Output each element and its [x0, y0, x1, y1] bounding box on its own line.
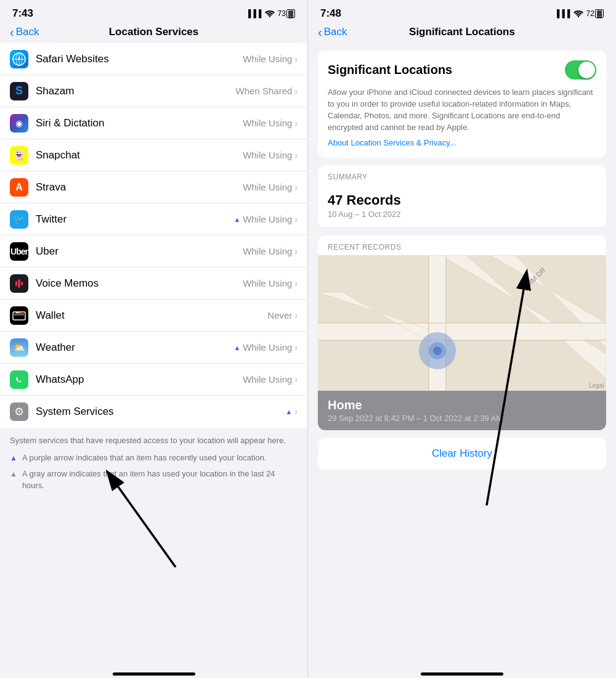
- svg-point-30: [433, 346, 442, 355]
- left-panel: 7:43 ▐▐▐ 73 ▓ ‹ Back Locat: [0, 0, 308, 678]
- right-panel: 7:48 ▐▐▐ 72 ▓ ‹ Back Signi: [308, 0, 616, 678]
- uber-name: Uber: [36, 245, 243, 258]
- twitter-icon: 🐦: [10, 210, 28, 229]
- home-indicator-right: [421, 672, 503, 676]
- gray-arrow-info: ▲ A gray arrow indicates that an item ha…: [10, 468, 298, 491]
- list-item[interactable]: Safari Websites While Using ›: [0, 43, 307, 75]
- voicememos-name: Voice Memos: [36, 277, 243, 290]
- uber-permission: While Using: [243, 246, 292, 256]
- list-item[interactable]: ⛅ Weather ▲ While Using ›: [0, 332, 307, 364]
- chevron-icon: ›: [294, 54, 298, 64]
- twitter-arrow-purple: ▲: [233, 216, 240, 223]
- battery-icon-right: 72 ▓: [586, 9, 604, 18]
- list-item[interactable]: ⚙ System Services ▲ ›: [0, 396, 307, 428]
- record-count: 47 Records: [328, 192, 596, 208]
- status-bar-right: 7:48 ▐▐▐ 72 ▓: [308, 0, 616, 23]
- time-right: 7:48: [320, 7, 341, 20]
- status-icons-left: ▐▐▐ 73 ▓: [246, 9, 295, 18]
- chevron-icon: ›: [294, 150, 298, 160]
- chevron-icon: ›: [294, 182, 298, 192]
- svg-rect-13: [21, 312, 23, 313]
- privacy-link[interactable]: About Location Services & Privacy...: [328, 138, 456, 147]
- purple-location-arrow-icon: ▲: [10, 454, 17, 462]
- list-item[interactable]: Voice Memos While Using ›: [0, 268, 307, 300]
- signal-icon: ▐▐▐: [246, 9, 262, 18]
- nav-bar-left: ‹ Back Location Services: [0, 23, 307, 43]
- list-item[interactable]: WhatsApp While Using ›: [0, 364, 307, 396]
- weather-arrow-purple: ▲: [233, 344, 240, 351]
- list-section-apps: Safari Websites While Using › S Shazam W…: [0, 43, 307, 428]
- chevron-left-icon: ‹: [10, 25, 14, 39]
- whatsapp-name: WhatsApp: [36, 374, 243, 386]
- list-item[interactable]: 👻 Snapchat While Using ›: [0, 139, 307, 171]
- svg-point-16: [577, 16, 578, 17]
- battery-icon: 73 ▓: [278, 9, 295, 18]
- time-left: 7:43: [12, 7, 33, 20]
- weather-name: Weather: [36, 341, 233, 354]
- status-bar-left: 7:43 ▐▐▐ 73 ▓: [0, 0, 307, 23]
- safari-name: Safari Websites: [36, 53, 243, 65]
- shazam-name: Shazam: [36, 85, 236, 97]
- siri-permission: While Using: [243, 118, 292, 128]
- system-icon: ⚙: [10, 402, 28, 421]
- status-icons-right: ▐▐▐ 72 ▓: [554, 9, 604, 18]
- chevron-icon: ›: [294, 214, 298, 224]
- summary-label: SUMMARY: [318, 165, 606, 185]
- info-section: System services that have requested acce…: [0, 428, 307, 501]
- snapchat-name: Snapchat: [36, 149, 243, 161]
- clear-history-button[interactable]: Clear History: [432, 447, 492, 459]
- back-label-left: Back: [16, 26, 39, 38]
- chevron-icon: ›: [294, 375, 298, 385]
- back-button-right[interactable]: ‹ Back: [318, 25, 347, 39]
- summary-record[interactable]: 47 Records 10 Aug – 1 Oct 2022: [318, 185, 606, 228]
- voicememos-icon: [10, 274, 28, 293]
- whatsapp-permission: While Using: [243, 374, 292, 385]
- home-indicator-left: [113, 672, 195, 676]
- wifi-icon-right: [573, 10, 583, 17]
- significant-locations-toggle[interactable]: [565, 60, 596, 80]
- svg-rect-20: [318, 323, 606, 340]
- list-item[interactable]: 🐦 Twitter ▲ While Using ›: [0, 203, 307, 235]
- page-title-right: Significant Locations: [409, 26, 515, 38]
- twitter-permission: ▲ While Using: [233, 214, 292, 224]
- list-item[interactable]: S Shazam When Shared ›: [0, 75, 307, 107]
- gray-arrow-text: A gray arrow indicates that an item has …: [22, 468, 298, 491]
- svg-rect-6: [15, 281, 17, 286]
- wallet-permission: Never: [267, 310, 292, 321]
- sig-loc-title: Significant Locations: [328, 63, 452, 77]
- clear-history-card[interactable]: Clear History: [318, 438, 606, 470]
- system-arrow-purple: ▲: [285, 408, 292, 415]
- svg-point-0: [269, 16, 270, 17]
- whatsapp-icon: [10, 370, 28, 389]
- chevron-icon: ›: [294, 247, 298, 256]
- weather-permission: ▲ While Using: [233, 342, 292, 353]
- chevron-icon: ›: [294, 118, 298, 128]
- gray-location-arrow-icon: ▲: [10, 470, 17, 478]
- purple-arrow-text: A purple arrow indicates that an item ha…: [22, 452, 267, 464]
- app-list: Safari Websites While Using › S Shazam W…: [0, 43, 307, 668]
- list-item[interactable]: Wallet Never ›: [0, 300, 307, 332]
- svg-rect-8: [21, 282, 23, 285]
- location-date-range: 29 Sep 2022 at 8:42 PM – 1 Oct 2022 at 2…: [328, 414, 596, 423]
- wallet-name: Wallet: [36, 309, 267, 322]
- list-item[interactable]: A Strava While Using ›: [0, 171, 307, 203]
- list-item[interactable]: ◉ Siri & Dictation While Using ›: [0, 107, 307, 139]
- back-button-left[interactable]: ‹ Back: [10, 25, 39, 39]
- shazam-permission: When Shared: [236, 86, 293, 96]
- chevron-icon: ›: [294, 407, 298, 417]
- chevron-left-icon-right: ‹: [318, 25, 322, 39]
- recent-label: RECENT RECORDS: [318, 235, 606, 255]
- sig-loc-description: Allow your iPhone and iCloud connected d…: [328, 87, 596, 133]
- summary-section: SUMMARY 47 Records 10 Aug – 1 Oct 2022: [318, 165, 606, 228]
- sig-loc-header: Significant Locations: [328, 60, 596, 80]
- chevron-icon: ›: [294, 279, 298, 288]
- strava-icon: A: [10, 178, 28, 197]
- svg-text:Legal: Legal: [589, 382, 604, 389]
- list-item[interactable]: Uber Uber While Using ›: [0, 235, 307, 268]
- sig-loc-card: Significant Locations Allow your iPhone …: [318, 51, 606, 158]
- snapchat-permission: While Using: [243, 150, 292, 160]
- chevron-icon: ›: [294, 343, 298, 353]
- location-record[interactable]: Home 29 Sep 2022 at 8:42 PM – 1 Oct 2022…: [318, 391, 606, 430]
- wallet-icon: [10, 306, 28, 325]
- wifi-icon: [265, 10, 275, 17]
